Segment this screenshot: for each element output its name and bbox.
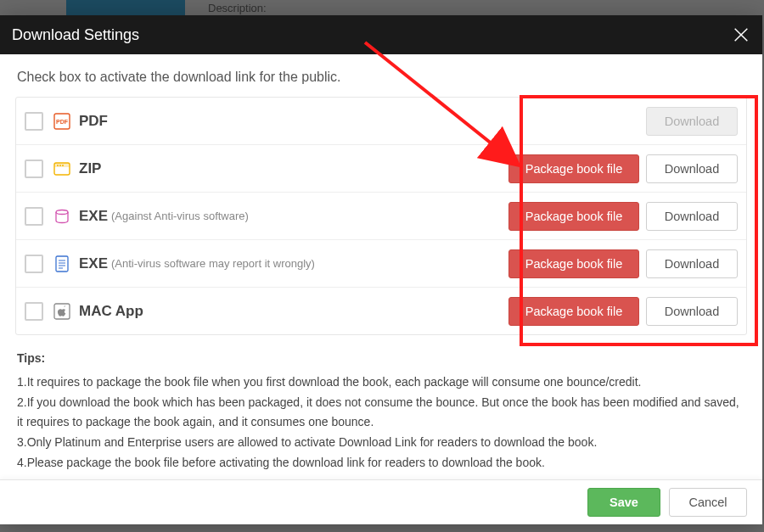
format-row-exe-2: EXE (Anti-virus software may report it w… [16, 240, 746, 288]
tip-item: 2.If you download the book which has bee… [17, 393, 747, 434]
format-list: PDF PDF Download ZIP Package book file D… [15, 97, 747, 335]
format-row-exe-1: EXE (Against Anti-virus software) Packag… [16, 193, 746, 240]
activate-checkbox[interactable] [25, 112, 43, 131]
format-note: (Anti-virus software may report it wrong… [111, 257, 315, 270]
format-row-mac: MAC App Package book file Download [16, 288, 746, 334]
cancel-button[interactable]: Cancel [669, 488, 747, 517]
modal-titlebar: Download Settings [0, 15, 762, 54]
package-button[interactable]: Package book file [508, 297, 639, 326]
activate-checkbox[interactable] [25, 302, 43, 321]
download-button: Download [646, 107, 738, 136]
exe-icon [53, 208, 70, 225]
svg-rect-5 [56, 256, 68, 272]
modal-footer: Save Cancel [0, 479, 762, 524]
download-settings-modal: Download Settings Check box to activate … [0, 15, 762, 524]
activate-checkbox[interactable] [25, 207, 43, 226]
tip-item: 4.Please package the book file before ac… [17, 453, 747, 473]
tips-section: Tips: 1.It requires to package the book … [15, 349, 747, 473]
doc-icon [53, 255, 70, 272]
close-icon[interactable] [732, 25, 750, 44]
zip-icon [53, 160, 70, 177]
tip-item: 3.Only Platinum and Enterprise users are… [17, 433, 747, 453]
svg-point-4 [56, 210, 68, 214]
svg-text:PDF: PDF [56, 119, 69, 125]
package-button[interactable]: Package book file [508, 154, 639, 183]
format-row-pdf: PDF PDF Download [16, 98, 746, 145]
format-row-zip: ZIP Package book file Download [16, 145, 746, 193]
package-button[interactable]: Package book file [508, 249, 639, 278]
format-label: ZIP [79, 160, 101, 177]
format-note: (Against Anti-virus software) [111, 210, 249, 222]
save-button[interactable]: Save [587, 488, 660, 517]
package-button[interactable]: Package book file [508, 202, 639, 231]
format-label: EXE [79, 255, 108, 272]
tips-heading: Tips: [17, 349, 747, 369]
pdf-icon: PDF [53, 113, 70, 130]
modal-title: Download Settings [12, 26, 139, 44]
activate-checkbox[interactable] [25, 255, 43, 273]
download-button[interactable]: Download [646, 297, 738, 326]
tip-item: 1.It requires to package the book file w… [17, 372, 747, 393]
download-button[interactable]: Download [646, 249, 738, 278]
modal-content: Check box to activate the download link … [0, 54, 762, 479]
activate-checkbox[interactable] [25, 160, 43, 178]
mac-apple-icon [53, 303, 70, 320]
download-button[interactable]: Download [646, 154, 738, 183]
download-button[interactable]: Download [646, 202, 738, 231]
format-label: PDF [79, 113, 108, 130]
intro-text: Check box to activate the download link … [17, 70, 747, 85]
format-label: MAC App [79, 303, 143, 320]
format-label: EXE [79, 208, 108, 225]
